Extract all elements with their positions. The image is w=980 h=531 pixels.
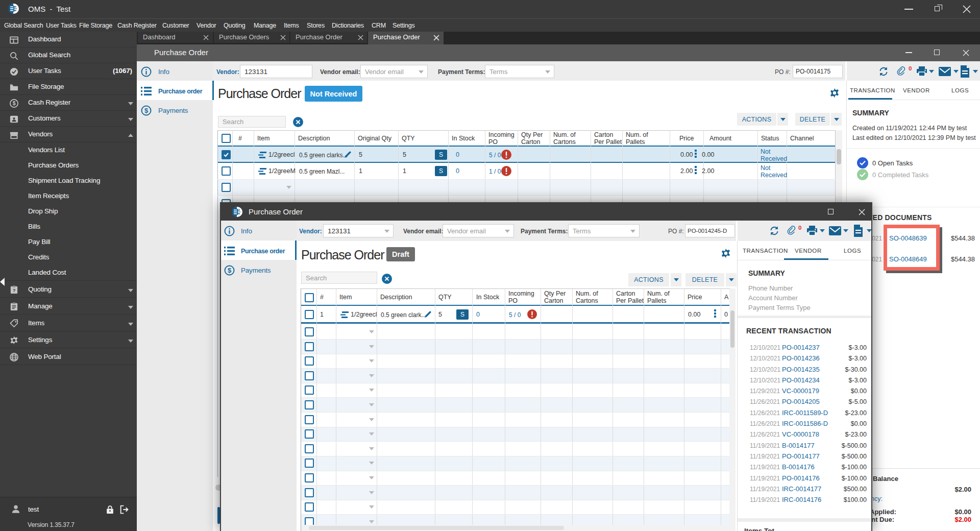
- svg-text:?: ?: [13, 287, 16, 293]
- svg-text:$: $: [13, 101, 16, 106]
- svg-text:$: $: [228, 267, 232, 274]
- svg-text:$: $: [144, 107, 149, 114]
